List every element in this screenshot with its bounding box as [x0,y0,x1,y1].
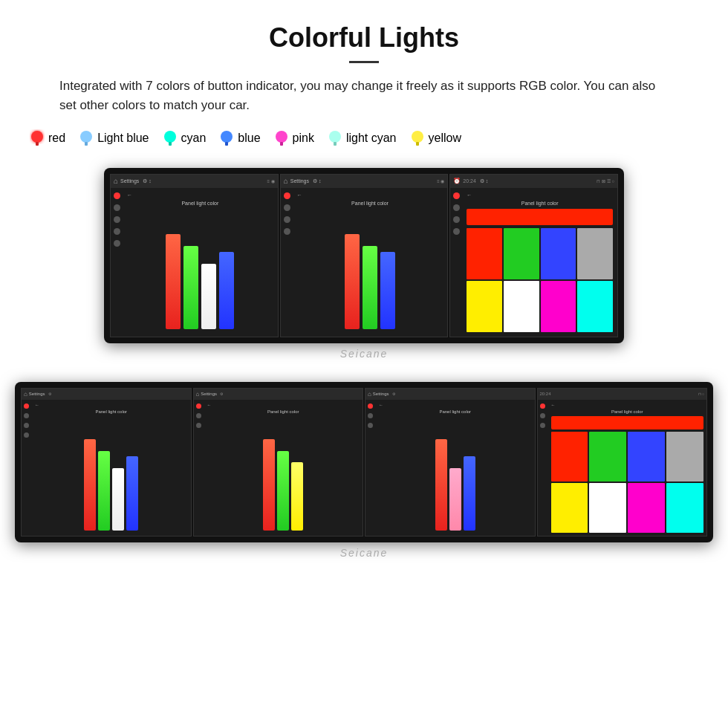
svg-point-10 [329,131,341,143]
color-item-lightcyan: light cyan [328,129,397,147]
color-label-yellow: yellow [429,132,461,145]
top-screen-2: ⌂ Settings ⚙ ↕ ≡ ◉ ← Panel light color [280,174,449,337]
color-item-lightblue: Light blue [79,129,149,147]
bottom-panel-label-3: Panel light color [379,409,532,414]
color-legend: red Light blue cyan blue [30,129,698,147]
svg-point-12 [412,131,423,143]
color-label-pink: pink [293,132,314,145]
svg-rect-7 [225,142,228,146]
svg-rect-3 [85,142,88,146]
panel-label-1: Panel light color [127,201,273,206]
bottom-panel-label-1: Panel light color [35,409,188,414]
bulb-icon-cyan [163,129,178,147]
bottom-panel-label-4: Panel light color [551,409,704,414]
bottom-panel-label-2: Panel light color [207,409,360,414]
bulb-icon-blue [219,129,234,147]
color-item-red: red [30,129,65,147]
bulb-icon-pink [274,129,289,147]
watermark-bottom: Seicane [340,547,389,559]
color-item-yellow: yellow [410,129,461,147]
svg-point-6 [221,131,233,143]
svg-rect-5 [169,142,172,146]
top-screens-section: ⌂ Settings ⚙ ↕ ≡ ◉ ← Panel light color [30,168,698,360]
color-label-red: red [48,132,65,145]
bulb-icon-yellow [410,129,425,147]
top-screen-3: ⏰ 20:24 ⚙ ↕ ⊓ ⊠ ☰ ○ ← Panel light color [449,174,618,337]
header-description: Integrated with 7 colors of button indic… [59,77,669,116]
svg-rect-11 [334,142,337,146]
svg-point-2 [80,131,92,143]
svg-point-8 [276,131,287,143]
bottom-screens-section: ⌂ Settings ⚙ ← Panel light color [30,382,698,559]
svg-rect-9 [280,142,283,146]
page-wrapper: Colorful Lights Integrated with 7 colors… [0,0,728,589]
bottom-screen-2: ⌂ Settings ⚙ ← Panel light color [193,388,364,536]
title-divider [349,61,379,63]
color-item-blue: blue [219,129,260,147]
bottom-screen-4: 20:24 ⊓ ○ ← Panel light color [537,388,708,536]
bulb-icon-lightcyan [328,129,342,147]
svg-point-4 [164,131,176,143]
panel-label-2: Panel light color [297,201,443,206]
bottom-screen-1: ⌂ Settings ⚙ ← Panel light color [21,388,192,536]
page-title: Colorful Lights [30,22,698,54]
svg-rect-1 [36,142,39,146]
bottom-screen-3: ⌂ Settings ⚙ ← Panel light color [365,388,536,536]
color-item-cyan: cyan [163,129,207,147]
header-section: Colorful Lights Integrated with 7 colors… [30,22,698,116]
color-label-lightcyan: light cyan [346,132,397,145]
color-label-cyan: cyan [181,132,207,145]
watermark-top: Seicane [340,348,389,360]
color-item-pink: pink [274,129,314,147]
svg-rect-13 [416,142,419,146]
color-label-blue: blue [238,132,260,145]
svg-point-0 [31,131,43,143]
panel-label-3: Panel light color [467,201,613,206]
bulb-icon-red [30,129,45,147]
top-screen-1: ⌂ Settings ⚙ ↕ ≡ ◉ ← Panel light color [110,174,279,337]
bulb-icon-lightblue [79,129,94,147]
color-label-lightblue: Light blue [97,132,149,145]
